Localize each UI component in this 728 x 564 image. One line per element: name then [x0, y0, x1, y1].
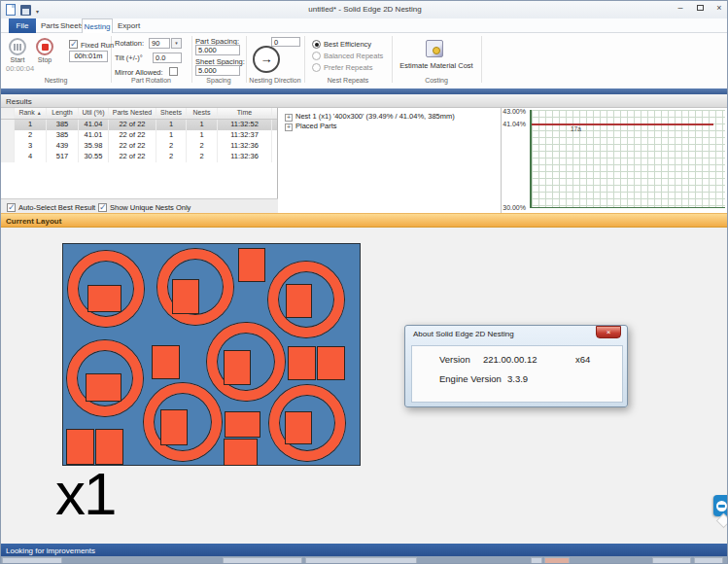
sheet-multiplier-label: x1 [55, 464, 115, 524]
tab-export[interactable]: Export [118, 21, 140, 30]
tilt-input[interactable]: 0.0 [153, 53, 182, 63]
results-cell: 4 [15, 152, 47, 162]
results-cell: 22 of 22 [109, 120, 156, 130]
results-cell: 22 of 22 [109, 130, 156, 141]
taskbar-item[interactable] [694, 557, 723, 564]
tab-nesting[interactable]: Nesting [82, 18, 113, 33]
nested-part-rect [285, 411, 312, 444]
results-cell: 439 [47, 141, 79, 152]
results-row[interactable]: 138541.0422 of 221111:32:52 [1, 120, 277, 130]
nested-part-rect [152, 345, 180, 379]
results-cell: 11:32:36 [218, 152, 272, 162]
group-label-nesting-direction: Nesting Direction [246, 77, 304, 84]
show-unique-nests-label: Show Unique Nests Only [110, 203, 191, 212]
results-table: Rank ▲ Length Util (%) Parts Nested Shee… [1, 108, 278, 213]
fixed-run-label: Fixed Run [81, 41, 114, 50]
row-selector[interactable] [1, 120, 15, 130]
tree-item-nest[interactable]: +Nest 1 (x1) '400x300' (39.49% / 41.04%,… [285, 112, 455, 122]
results-cell: 30.55 [79, 152, 109, 162]
taskbar-item[interactable] [544, 557, 570, 564]
tab-parts[interactable]: Parts [41, 21, 59, 30]
sheet-spacing-input[interactable]: 5.000 [195, 65, 240, 76]
fixed-run-duration-input[interactable]: 00h:01m [69, 51, 108, 62]
nesting-direction-icon[interactable]: → [253, 46, 280, 73]
results-row[interactable]: 238541.0122 of 221111:32:37 [1, 130, 277, 141]
results-options-bar: Auto-Select Best Result Show Unique Nest… [1, 198, 278, 213]
window-title: untitled* - Solid Edge 2D Nesting [1, 5, 728, 14]
status-text: Looking for improvements [6, 546, 95, 555]
column-header-length[interactable]: Length [47, 108, 79, 119]
stop-button[interactable] [36, 38, 53, 55]
row-selector[interactable] [1, 152, 15, 162]
nested-part-rect [172, 279, 199, 314]
engine-version-label: Engine Version [439, 373, 502, 384]
best-efficiency-label: Best Efficiency [324, 40, 371, 49]
stop-icon [42, 44, 49, 51]
column-header-util[interactable]: Util (%) [79, 108, 109, 119]
estimate-material-cost-icon[interactable] [426, 40, 443, 57]
tree-item-placed-parts[interactable]: +Placed Parts [285, 122, 337, 131]
about-dialog-title[interactable]: About Solid Edge 2D Nesting [413, 330, 514, 338]
fixed-run-checkbox[interactable] [69, 40, 78, 49]
nesting-direction-input[interactable]: 0 [271, 37, 300, 47]
taskbar-item[interactable] [652, 557, 691, 564]
taskbar-item[interactable] [305, 557, 417, 564]
results-cell: 385 [47, 130, 79, 141]
column-header-rank[interactable]: Rank ▲ [15, 108, 47, 119]
results-cell: 1 [15, 120, 47, 130]
group-label-costing: Costing [392, 77, 481, 84]
group-label-nest-repeats: Nest Repeats [304, 77, 392, 84]
nested-part-rect [286, 284, 312, 318]
rotation-input[interactable]: 90 [149, 38, 170, 49]
expand-icon[interactable]: + [285, 114, 293, 122]
chart-series-line [532, 123, 713, 125]
taskbar-item[interactable] [531, 557, 542, 564]
taskbar-item[interactable] [2, 557, 62, 564]
taskbar-item[interactable] [223, 557, 302, 564]
start-button[interactable] [9, 38, 26, 55]
part-spacing-input[interactable]: 5.000 [195, 45, 240, 55]
column-header-sheets[interactable]: Sheets [156, 108, 187, 119]
app-window: ▾ untitled* - Solid Edge 2D Nesting – × … [0, 0, 728, 564]
column-header-time[interactable]: Time [218, 108, 272, 119]
tab-file[interactable]: File [9, 18, 36, 33]
auto-select-best-result-checkbox[interactable] [7, 203, 16, 212]
column-header-parts-nested[interactable]: Parts Nested [109, 108, 156, 119]
prefer-repeats-radio[interactable] [312, 63, 321, 72]
results-cell: 22 of 22 [109, 141, 156, 152]
teamviewer-panel-tab[interactable] [713, 495, 728, 516]
current-layout-header: Current Layout [1, 213, 728, 228]
group-separator [481, 36, 482, 83]
maximize-button[interactable] [692, 2, 708, 15]
prefer-repeats-label: Prefer Repeats [324, 63, 372, 72]
results-table-body: 138541.0422 of 221111:32:52238541.0122 o… [1, 120, 277, 162]
nested-part-rect [238, 248, 265, 282]
balanced-repeats-radio[interactable] [312, 52, 321, 60]
results-cell: 2 [187, 141, 218, 152]
results-panel: Rank ▲ Length Util (%) Parts Nested Shee… [1, 108, 728, 213]
rotation-label: Rotation: [115, 39, 144, 48]
title-bar[interactable]: ▾ untitled* - Solid Edge 2D Nesting – × [1, 1, 728, 18]
nested-part-rect [160, 409, 188, 445]
close-button[interactable]: × [711, 2, 727, 15]
best-efficiency-radio[interactable] [312, 40, 321, 49]
row-selector[interactable] [1, 130, 15, 141]
minimize-button[interactable]: – [673, 2, 688, 15]
estimate-material-cost-button[interactable]: Estimate Material Cost [392, 61, 481, 70]
elapsed-time: 00:00:04 [6, 64, 34, 73]
show-unique-nests-checkbox[interactable] [98, 203, 107, 212]
rotation-dropdown-icon[interactable]: ▾ [171, 38, 182, 49]
expand-icon[interactable]: + [285, 123, 293, 131]
results-cell: 2 [156, 141, 187, 152]
column-header-nests[interactable]: Nests [187, 108, 218, 119]
row-selector[interactable] [1, 141, 15, 152]
maximize-icon [697, 5, 704, 11]
start-button-label: Start [5, 56, 30, 63]
results-row[interactable]: 343935.9822 of 222211:32:36 [1, 141, 277, 152]
results-row[interactable]: 451730.5522 of 222211:32:36 [1, 152, 277, 162]
about-dialog-close-button[interactable]: × [596, 326, 621, 338]
balanced-repeats-label: Balanced Repeats [324, 52, 383, 60]
nested-part-rect [87, 285, 121, 312]
mirror-allowed-checkbox[interactable] [169, 67, 178, 76]
layout-canvas: x1 About Solid Edge 2D Nesting × Version… [1, 228, 728, 544]
